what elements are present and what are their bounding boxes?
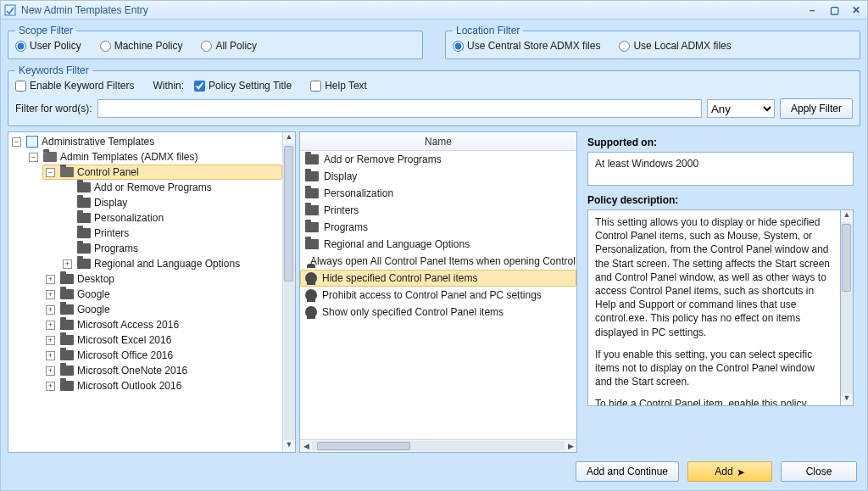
tree-node-label: Personalization — [94, 212, 164, 224]
tree-node-label: Google — [77, 288, 110, 300]
add-button[interactable]: Add ➤ — [687, 461, 772, 482]
tree-node-sibling-3[interactable]: +Microsoft Access 2016 — [42, 317, 282, 332]
list-item[interactable]: Show only specified Control Panel items — [300, 304, 576, 321]
add-button-label: Add — [715, 466, 732, 477]
tree-node-cp-child-1[interactable]: Display — [59, 195, 282, 210]
close-window-button[interactable]: ✕ — [849, 4, 864, 16]
apply-filter-button[interactable]: Apply Filter — [780, 98, 853, 119]
tree-node-root[interactable]: −Administrative Templates — [8, 134, 282, 149]
folder-icon — [77, 259, 91, 269]
tree-node-sibling-7[interactable]: +Microsoft Outlook 2016 — [42, 378, 282, 393]
list-item[interactable]: Always open All Control Panel Items when… — [300, 253, 576, 270]
tree-expander-icon[interactable]: + — [46, 321, 55, 330]
list-item[interactable]: Hide specified Control Panel items — [300, 270, 576, 287]
list-item[interactable]: Printers — [300, 202, 576, 219]
tree-node-sibling-0[interactable]: +Desktop — [42, 271, 282, 287]
enable-keyword-filters-checkbox[interactable] — [15, 81, 26, 92]
tree-node-cp-child-4[interactable]: Programs — [59, 241, 282, 256]
help-text-label: Help Text — [325, 80, 367, 92]
list-item[interactable]: Regional and Language Options — [300, 236, 576, 253]
tree-expander-icon[interactable]: + — [46, 382, 55, 391]
maximize-button[interactable]: ▢ — [826, 4, 842, 16]
tree-expander-icon[interactable]: − — [46, 168, 55, 177]
tree-node-label: Microsoft Office 2016 — [77, 349, 173, 361]
tree-node-cp-child-3[interactable]: Printers — [59, 226, 282, 241]
supported-on-label: Supported on: — [587, 137, 854, 148]
list-column-header[interactable]: Name — [300, 132, 576, 151]
scroll-thumb[interactable] — [284, 146, 293, 282]
tree-node-label: Administrative Templates — [42, 136, 154, 148]
tree-node-label: Control Panel — [77, 166, 139, 178]
hscroll-thumb[interactable] — [317, 442, 410, 450]
scroll-up-icon[interactable]: ▲ — [283, 132, 295, 144]
tree-node-sibling-2[interactable]: +Google — [42, 302, 282, 317]
tree-expander-icon[interactable]: + — [46, 336, 55, 345]
list-item[interactable]: Programs — [300, 219, 576, 236]
description-scrollbar[interactable]: ▲ ▼ — [841, 209, 854, 406]
list-item-label: Display — [324, 170, 357, 182]
add-and-continue-button[interactable]: Add and Continue — [576, 461, 679, 482]
tree-node-control-panel[interactable]: −Control Panel — [42, 165, 282, 180]
tree-node-label: Google — [77, 304, 110, 315]
tree-node-admx[interactable]: −Admin Templates (ADMX files) — [25, 149, 282, 165]
list-horizontal-scrollbar[interactable]: ◀ ▶ — [300, 439, 576, 452]
filter-match-mode-select[interactable]: AnyAllExact — [707, 99, 775, 118]
list-item[interactable]: Add or Remove Programs — [300, 151, 576, 168]
tree-node-sibling-5[interactable]: +Microsoft Office 2016 — [42, 348, 282, 363]
tree-node-cp-child-5[interactable]: +Regional and Language Options — [59, 256, 282, 271]
policy-setting-title-checkbox[interactable] — [194, 81, 205, 92]
filter-words-input[interactable] — [97, 99, 702, 118]
tree-node-sibling-6[interactable]: +Microsoft OneNote 2016 — [42, 363, 282, 378]
within-label: Within: — [153, 80, 184, 92]
tree-node-cp-child-0[interactable]: Add or Remove Programs — [59, 180, 282, 195]
tree-node-sibling-1[interactable]: +Google — [42, 287, 282, 302]
scroll-right-icon[interactable]: ▶ — [565, 442, 576, 450]
scroll-up-icon[interactable]: ▲ — [841, 210, 853, 222]
folder-icon — [60, 381, 74, 391]
tree-node-label: Microsoft Excel 2016 — [77, 334, 171, 346]
list-item[interactable]: Prohibit access to Control Panel and PC … — [300, 287, 576, 304]
tree-expander-icon[interactable]: + — [63, 259, 72, 269]
scroll-left-icon[interactable]: ◀ — [300, 442, 312, 450]
location-radio-local[interactable] — [619, 41, 630, 52]
list-item[interactable]: Display — [300, 168, 576, 185]
filter-for-words-label: Filter for word(s): — [15, 103, 92, 114]
location-label-local: Use Local ADMX files — [633, 40, 731, 52]
folder-icon — [305, 239, 319, 249]
close-button[interactable]: Close — [781, 461, 857, 482]
scope-radio-machine[interactable] — [100, 41, 111, 52]
scope-label-user: User Policy — [30, 40, 81, 52]
tree-node-sibling-4[interactable]: +Microsoft Excel 2016 — [42, 332, 282, 348]
tree-node-label: Display — [94, 197, 127, 209]
tree-expander-icon[interactable]: + — [46, 275, 55, 284]
location-filter-legend: Location Filter — [453, 25, 523, 36]
vscroll-thumb[interactable] — [842, 224, 851, 292]
scroll-down-icon[interactable]: ▼ — [283, 440, 295, 452]
scope-radio-user[interactable] — [15, 41, 26, 52]
folder-icon — [305, 188, 319, 198]
supported-on-value: At least Windows 2000 — [587, 152, 854, 186]
policy-description-label: Policy description: — [587, 194, 854, 206]
bottom-button-bar: Add and Continue Add ➤ Close — [1, 456, 867, 490]
tree-scrollbar[interactable]: ▲ ▼ — [282, 132, 295, 452]
tree-expander-icon[interactable]: − — [29, 153, 38, 162]
svg-rect-0 — [5, 5, 15, 15]
tree-expander-icon[interactable]: + — [46, 366, 55, 376]
list-item-label: Hide specified Control Panel items — [322, 272, 477, 284]
scope-radio-all[interactable] — [201, 41, 212, 52]
list-item[interactable]: Personalization — [300, 185, 576, 202]
tree-node-cp-child-2[interactable]: Personalization — [59, 210, 282, 226]
help-text-checkbox[interactable] — [310, 81, 321, 92]
location-radio-central[interactable] — [453, 41, 464, 52]
minimize-button[interactable]: – — [804, 4, 820, 16]
folder-icon — [60, 320, 74, 330]
tree-expander-icon[interactable]: + — [46, 351, 55, 360]
tree-expander-icon[interactable]: − — [12, 137, 21, 147]
list-item-label: Printers — [324, 204, 359, 216]
tree-expander-icon[interactable]: + — [46, 290, 55, 299]
tree-expander-icon[interactable]: + — [46, 305, 55, 315]
tree-panel: −Administrative Templates−Admin Template… — [8, 131, 296, 453]
folder-icon — [60, 350, 74, 360]
detail-panel: Supported on: At least Windows 2000 Poli… — [581, 131, 860, 453]
scroll-down-icon[interactable]: ▼ — [841, 393, 853, 405]
